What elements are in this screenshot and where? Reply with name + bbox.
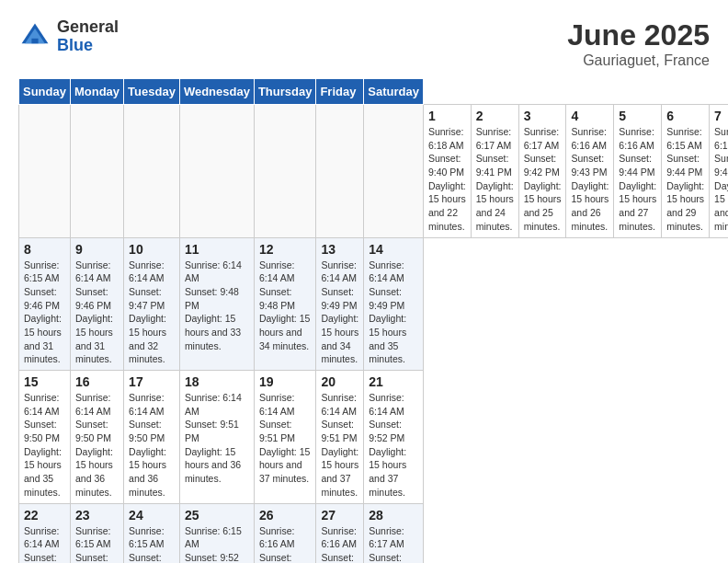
- sunrise-time: Sunrise: 6:14 AM: [24, 392, 60, 417]
- calendar-header-tuesday: Tuesday: [124, 79, 180, 105]
- calendar-cell: 16Sunrise: 6:14 AMSunset: 9:50 PMDayligh…: [70, 371, 123, 504]
- sunrise-time: Sunrise: 6:15 AM: [24, 259, 60, 284]
- calendar-cell: 8Sunrise: 6:15 AMSunset: 9:46 PMDaylight…: [19, 237, 71, 371]
- calendar-week-row: 15Sunrise: 6:14 AMSunset: 9:50 PMDayligh…: [19, 371, 729, 504]
- day-number: 23: [75, 508, 119, 523]
- calendar-cell: 25Sunrise: 6:15 AMSunset: 9:52 PMDayligh…: [179, 503, 254, 563]
- calendar-cell: 12Sunrise: 6:14 AMSunset: 9:48 PMDayligh…: [254, 237, 316, 371]
- sunset-time: Sunset: 9:52 PM: [24, 552, 60, 563]
- sunset-time: Sunset: 9:52 PM: [259, 552, 295, 563]
- sunrise-time: Sunrise: 6:17 AM: [524, 126, 560, 151]
- calendar-cell: 19Sunrise: 6:14 AMSunset: 9:51 PMDayligh…: [254, 371, 316, 504]
- calendar-cell: 15Sunrise: 6:14 AMSunset: 9:50 PMDayligh…: [19, 371, 71, 504]
- sunrise-time: Sunrise: 6:16 AM: [321, 525, 357, 550]
- calendar-cell: 2Sunrise: 6:17 AMSunset: 9:41 PMDaylight…: [471, 105, 518, 238]
- sunset-time: Sunset: 9:42 PM: [524, 153, 560, 178]
- day-info: Sunrise: 6:15 AMSunset: 9:52 PMDaylight:…: [75, 524, 119, 564]
- day-info: Sunrise: 6:14 AMSunset: 9:52 PMDaylight:…: [369, 391, 418, 500]
- title-block: June 2025 Gauriaguet, France: [567, 18, 710, 69]
- sunrise-time: Sunrise: 6:14 AM: [75, 259, 111, 284]
- daylight-info: Daylight: 15 hours and 31 minutes.: [75, 313, 113, 364]
- sunset-time: Sunset: 9:45 PM: [714, 153, 728, 178]
- daylight-info: Daylight: 15 hours and 35 minutes.: [24, 446, 62, 498]
- calendar-cell: 6Sunrise: 6:15 AMSunset: 9:44 PMDaylight…: [662, 105, 710, 238]
- daylight-info: Daylight: 15 hours and 32 minutes.: [129, 313, 166, 364]
- month-title: June 2025: [567, 18, 710, 52]
- calendar-week-row: 22Sunrise: 6:14 AMSunset: 9:52 PMDayligh…: [19, 503, 729, 563]
- calendar-cell: 7Sunrise: 6:15 AMSunset: 9:45 PMDaylight…: [710, 105, 728, 238]
- day-number: 15: [24, 374, 65, 389]
- calendar-cell: 4Sunrise: 6:16 AMSunset: 9:43 PMDaylight…: [566, 105, 614, 238]
- daylight-info: Daylight: 15 hours and 36 minutes.: [129, 446, 166, 498]
- sunrise-time: Sunrise: 6:14 AM: [369, 259, 404, 284]
- daylight-info: Daylight: 15 hours and 26 minutes.: [571, 180, 609, 232]
- sunrise-time: Sunrise: 6:16 AM: [259, 525, 295, 550]
- daylight-info: Daylight: 15 hours and 35 minutes.: [369, 313, 406, 364]
- day-info: Sunrise: 6:14 AMSunset: 9:50 PMDaylight:…: [24, 391, 65, 500]
- sunset-time: Sunset: 9:52 PM: [75, 552, 111, 563]
- daylight-info: Daylight: 15 hours and 25 minutes.: [524, 180, 562, 232]
- sunrise-time: Sunrise: 6:18 AM: [428, 126, 464, 151]
- sunrise-time: Sunrise: 6:14 AM: [185, 259, 242, 284]
- sunset-time: Sunset: 9:52 PM: [369, 552, 404, 563]
- sunset-time: Sunset: 9:50 PM: [129, 419, 165, 443]
- sunset-time: Sunset: 9:43 PM: [571, 153, 607, 178]
- sunrise-time: Sunrise: 6:14 AM: [259, 259, 295, 284]
- sunrise-time: Sunrise: 6:14 AM: [129, 259, 165, 284]
- day-info: Sunrise: 6:15 AMSunset: 9:44 PMDaylight:…: [666, 125, 704, 234]
- sunset-time: Sunset: 9:51 PM: [185, 419, 239, 443]
- sunrise-time: Sunrise: 6:15 AM: [75, 525, 111, 550]
- day-info: Sunrise: 6:15 AMSunset: 9:52 PMDaylight:…: [129, 524, 175, 564]
- sunrise-time: Sunrise: 6:17 AM: [369, 525, 404, 550]
- day-number: 5: [619, 109, 656, 123]
- calendar-cell: 5Sunrise: 6:16 AMSunset: 9:44 PMDaylight…: [614, 105, 662, 238]
- sunrise-time: Sunrise: 6:16 AM: [619, 126, 654, 151]
- calendar-cell: [124, 105, 180, 238]
- day-info: Sunrise: 6:16 AMSunset: 9:43 PMDaylight:…: [571, 125, 609, 234]
- day-number: 4: [571, 109, 609, 123]
- day-number: 8: [24, 242, 65, 257]
- svg-rect-2: [31, 39, 38, 43]
- daylight-info: Daylight: 15 hours and 37 minutes.: [369, 446, 406, 498]
- day-info: Sunrise: 6:15 AMSunset: 9:45 PMDaylight:…: [714, 125, 728, 234]
- daylight-info: Daylight: 15 hours and 36 minutes.: [75, 446, 113, 498]
- sunset-time: Sunset: 9:46 PM: [75, 286, 111, 311]
- calendar-header-wednesday: Wednesday: [179, 79, 254, 105]
- calendar-week-row: 8Sunrise: 6:15 AMSunset: 9:46 PMDaylight…: [19, 237, 729, 371]
- calendar-cell: 27Sunrise: 6:16 AMSunset: 9:52 PMDayligh…: [316, 503, 364, 563]
- calendar-cell: 1Sunrise: 6:18 AMSunset: 9:40 PMDaylight…: [423, 105, 471, 238]
- day-number: 11: [185, 242, 249, 257]
- sunset-time: Sunset: 9:52 PM: [129, 552, 165, 563]
- sunrise-time: Sunrise: 6:17 AM: [476, 126, 512, 151]
- sunset-time: Sunset: 9:46 PM: [24, 286, 60, 311]
- calendar-header-row: SundayMondayTuesdayWednesdayThursdayFrid…: [19, 79, 729, 105]
- day-number: 16: [75, 374, 119, 389]
- day-info: Sunrise: 6:14 AMSunset: 9:50 PMDaylight:…: [75, 391, 119, 500]
- sunrise-time: Sunrise: 6:15 AM: [129, 525, 165, 550]
- day-info: Sunrise: 6:14 AMSunset: 9:51 PMDaylight:…: [185, 391, 249, 486]
- day-info: Sunrise: 6:17 AMSunset: 9:52 PMDaylight:…: [369, 524, 418, 564]
- day-number: 22: [24, 508, 65, 523]
- sunset-time: Sunset: 9:48 PM: [259, 286, 295, 311]
- calendar-cell: 18Sunrise: 6:14 AMSunset: 9:51 PMDayligh…: [179, 371, 254, 504]
- day-info: Sunrise: 6:15 AMSunset: 9:52 PMDaylight:…: [185, 524, 249, 564]
- calendar-header-saturday: Saturday: [364, 79, 424, 105]
- logo-icon: [18, 20, 51, 53]
- day-number: 20: [321, 374, 358, 389]
- sunset-time: Sunset: 9:51 PM: [259, 419, 295, 443]
- calendar-cell: [316, 105, 364, 238]
- sunrise-time: Sunrise: 6:15 AM: [666, 126, 702, 151]
- day-number: 2: [476, 109, 514, 123]
- day-info: Sunrise: 6:17 AMSunset: 9:42 PMDaylight:…: [524, 125, 562, 234]
- calendar-header-thursday: Thursday: [254, 79, 316, 105]
- sunset-time: Sunset: 9:52 PM: [185, 552, 239, 563]
- day-info: Sunrise: 6:18 AMSunset: 9:40 PMDaylight:…: [428, 125, 466, 234]
- calendar-cell: 24Sunrise: 6:15 AMSunset: 9:52 PMDayligh…: [124, 503, 180, 563]
- calendar-header-monday: Monday: [70, 79, 123, 105]
- sunrise-time: Sunrise: 6:14 AM: [321, 259, 357, 284]
- sunset-time: Sunset: 9:48 PM: [185, 286, 239, 311]
- daylight-info: Daylight: 15 hours and 31 minutes.: [24, 313, 62, 364]
- sunset-time: Sunset: 9:50 PM: [24, 419, 60, 443]
- daylight-info: Daylight: 15 hours and 37 minutes.: [321, 446, 358, 498]
- sunrise-time: Sunrise: 6:14 AM: [369, 392, 404, 417]
